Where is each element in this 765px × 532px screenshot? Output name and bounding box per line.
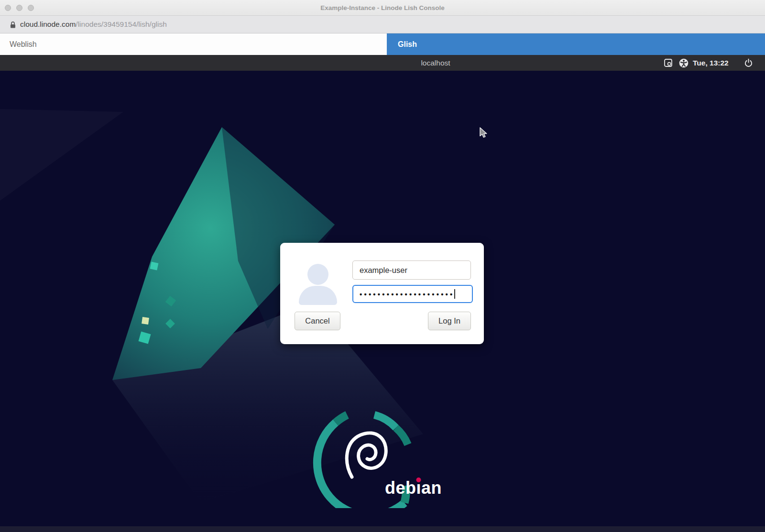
- text-caret: [454, 289, 455, 299]
- tab-weblish[interactable]: Weblish: [0, 33, 387, 55]
- address-text[interactable]: cloud.linode.com/linodes/39459154/lish/g…: [20, 16, 167, 33]
- window-title: Example-Instance - Linode Lish Console: [0, 0, 765, 16]
- debian-red-dot: [416, 478, 421, 482]
- debian-swirl-icon: [347, 433, 386, 477]
- browser-window: Example-Instance - Linode Lish Console c…: [0, 0, 765, 532]
- clock-label[interactable]: Tue, 13:22: [693, 55, 729, 71]
- debian-logo: debian: [311, 405, 454, 508]
- hostname-label: localhost: [421, 55, 450, 71]
- debian-wordmark: debian: [385, 478, 442, 498]
- wallpaper-corner-band: [0, 109, 123, 201]
- accessibility-icon[interactable]: [679, 58, 688, 70]
- macos-titlebar: Example-Instance - Linode Lish Console: [0, 0, 765, 16]
- login-button[interactable]: Log In: [428, 312, 471, 330]
- wallpaper-square: [150, 262, 159, 271]
- url-path: /linodes/39459154/lish/glish: [76, 20, 166, 28]
- username-input[interactable]: example-user: [352, 261, 471, 280]
- console-bottom-strip: [0, 526, 765, 532]
- url-bar[interactable]: cloud.linode.com/linodes/39459154/lish/g…: [0, 16, 765, 33]
- gnome-topbar: localhost Tue, 13:22: [0, 55, 765, 71]
- lock-icon[interactable]: [10, 21, 16, 31]
- screen-share-icon[interactable]: [664, 58, 673, 69]
- password-masked-value: •••••••••••••••••••••: [360, 291, 454, 298]
- power-icon[interactable]: [744, 58, 753, 69]
- tab-glish[interactable]: Glish: [387, 33, 765, 55]
- password-input[interactable]: •••••••••••••••••••••: [352, 285, 473, 303]
- url-host: cloud.linode.com: [20, 20, 76, 28]
- cancel-button[interactable]: Cancel: [295, 312, 340, 330]
- user-avatar: [307, 264, 328, 285]
- lish-tabbar: Weblish Glish: [0, 33, 765, 55]
- wallpaper-square: [142, 317, 149, 325]
- mouse-cursor-icon: [480, 127, 490, 141]
